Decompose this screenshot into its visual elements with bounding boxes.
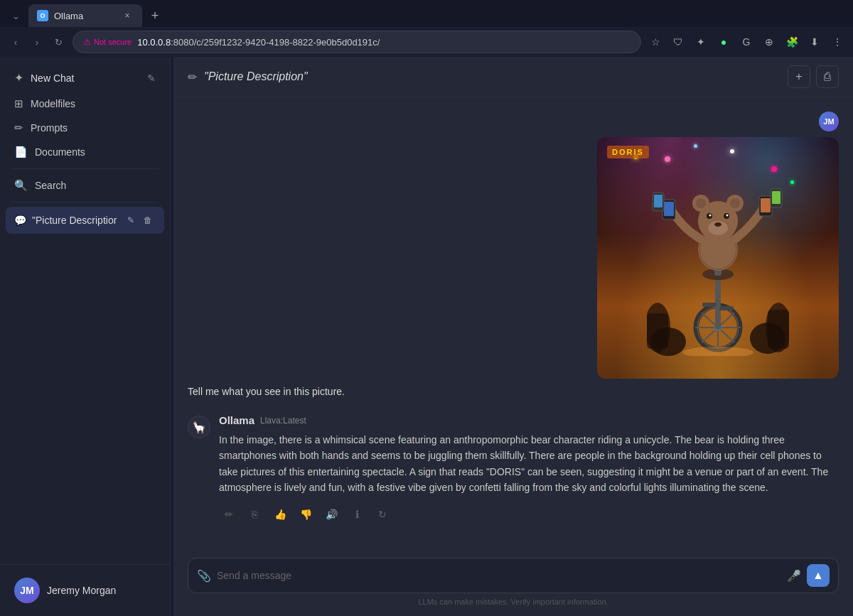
chat-item-label: "Picture Descriptior	[32, 215, 117, 226]
sidebar-top: ✦ New Chat ✎ ⊞ Modelfiles ✏ Prompts 📄 Do…	[0, 57, 170, 564]
assistant-name: Ollama	[219, 414, 254, 426]
search-icon: 🔍	[14, 179, 28, 192]
user-message-text: Tell me what you see in this picture.	[188, 386, 839, 397]
main-content: ✏ "Picture Description" + ⎙ JM	[173, 57, 853, 616]
warning-icon: ⚠	[83, 37, 91, 47]
tab-close-btn[interactable]: ×	[121, 9, 134, 22]
bookmark-btn[interactable]: ☆	[645, 32, 665, 52]
browser-toolbar: ☆ 🛡 ✦ ● G ⊕ 🧩 ⬇ ⋮	[645, 32, 847, 52]
attach-btn[interactable]: 📎	[197, 569, 211, 583]
user-message: JM DORIS	[188, 112, 839, 397]
msg-thumbup-btn[interactable]: 👍	[270, 504, 290, 524]
input-area: 📎 🎤 ▲ LLMs can make mistakes. Verify imp…	[173, 549, 853, 616]
new-tab-btn[interactable]: +	[145, 6, 165, 26]
chat-add-btn[interactable]: +	[788, 65, 810, 88]
new-chat-icon: ✦	[14, 71, 23, 85]
send-btn[interactable]: ▲	[807, 564, 830, 587]
url-field[interactable]: ⚠ Not secure 10.0.0.8:8080/c/259f1232-94…	[73, 31, 641, 53]
sidebar-item-documents[interactable]: 📄 Documents	[6, 140, 164, 164]
tab-label: Ollama	[54, 11, 83, 21]
tab-bar: ⌄ O Ollama × +	[0, 0, 853, 27]
avatar: JM	[14, 578, 40, 603]
svg-rect-14	[702, 303, 717, 307]
bear-svg	[647, 157, 789, 359]
documents-label: Documents	[35, 146, 85, 158]
user-name: Jeremy Morgan	[47, 585, 116, 596]
sidebar-item-prompts[interactable]: ✏ Prompts	[6, 116, 164, 140]
svg-rect-34	[654, 195, 662, 207]
msg-speaker-btn[interactable]: 🔊	[321, 504, 341, 524]
svg-rect-38	[772, 191, 780, 204]
active-chat-item[interactable]: 💬 "Picture Descriptior ✎ 🗑	[6, 207, 164, 234]
sidebar-item-search[interactable]: 🔍 Search	[6, 173, 164, 198]
url-host: 10.0.0.8	[137, 37, 171, 48]
menu-btn[interactable]: ⋮	[827, 32, 847, 52]
svg-rect-36	[761, 198, 771, 212]
new-chat-btn[interactable]: ✦ New Chat ✎	[6, 64, 164, 92]
msg-edit-btn[interactable]: ✏	[219, 504, 239, 524]
svg-point-26	[714, 222, 721, 227]
input-container: 📎 🎤 ▲	[188, 558, 839, 593]
assistant-text: In the image, there is a whimsical scene…	[219, 432, 839, 496]
sidebar-bottom: JM Jeremy Morgan	[0, 564, 170, 616]
prompts-label: Prompts	[31, 122, 68, 134]
modelfiles-label: Modelfiles	[31, 98, 75, 109]
edit-icon: ✎	[147, 72, 156, 84]
browser-chrome: ⌄ O Ollama × + ‹ › ↻ ⚠ Not secure 10.0.0…	[0, 0, 853, 57]
browser-tab-active[interactable]: O Ollama ×	[28, 4, 142, 27]
msg-refresh-btn[interactable]: ↻	[372, 504, 392, 524]
assistant-avatar: 🦙	[188, 416, 210, 438]
address-bar: ‹ › ↻ ⚠ Not secure 10.0.0.8:8080/c/259f1…	[0, 27, 853, 57]
assistant-name-row: Ollama Llava:Latest	[219, 414, 839, 426]
svg-point-24	[730, 198, 740, 208]
ext-btn-1[interactable]: 🛡	[668, 32, 688, 52]
svg-point-39	[682, 347, 753, 356]
svg-rect-32	[664, 202, 674, 216]
documents-icon: 📄	[14, 146, 28, 158]
nav-dropdown-btn[interactable]: ⌄	[6, 6, 26, 26]
sidebar-divider	[11, 168, 159, 169]
assistant-message: 🦙 Ollama Llava:Latest In the image, ther…	[188, 414, 839, 524]
modelfiles-icon: ⊞	[14, 97, 23, 110]
forward-btn[interactable]: ›	[27, 32, 47, 52]
message-input[interactable]	[217, 570, 781, 581]
ext-btn-3[interactable]: ●	[714, 32, 734, 52]
tab-favicon: O	[37, 10, 48, 21]
mic-btn[interactable]: 🎤	[787, 569, 801, 583]
svg-point-29	[709, 215, 712, 217]
reload-btn[interactable]: ↻	[48, 32, 68, 52]
prompts-icon: ✏	[14, 121, 23, 134]
sidebar: ✦ New Chat ✎ ⊞ Modelfiles ✏ Prompts 📄 Do…	[0, 57, 171, 616]
chat-icon: 💬	[14, 215, 26, 226]
message-actions: ✏ ⎘ 👍 👎 🔊 ℹ ↻	[219, 504, 839, 524]
msg-copy-btn[interactable]: ⎘	[245, 504, 264, 524]
ext-btn-2[interactable]: ✦	[691, 32, 711, 52]
chat-item-actions: ✎ 🗑	[123, 212, 156, 228]
chat-delete-btn[interactable]: 🗑	[140, 212, 156, 228]
chat-title: "Picture Description"	[204, 70, 780, 83]
messages-area[interactable]: JM DORIS	[173, 97, 853, 549]
bear-unicycle-image: DORIS	[597, 137, 839, 379]
user-info[interactable]: JM Jeremy Morgan	[6, 572, 164, 609]
ext-btn-6[interactable]: 🧩	[782, 32, 802, 52]
disclaimer: LLMs can make mistakes. Verify important…	[188, 593, 839, 612]
assistant-model: Llava:Latest	[260, 416, 306, 426]
svg-rect-5	[768, 310, 789, 349]
chat-header: ✏ "Picture Description" + ⎙	[173, 57, 853, 97]
ext-btn-4[interactable]: G	[736, 32, 756, 52]
user-message-header: JM	[819, 112, 839, 131]
ext-btn-5[interactable]: ⊕	[759, 32, 779, 52]
back-btn[interactable]: ‹	[6, 32, 26, 52]
message-image: DORIS	[597, 137, 839, 379]
search-label: Search	[35, 180, 66, 191]
sidebar-item-modelfiles[interactable]: ⊞ Modelfiles	[6, 92, 164, 116]
new-chat-label: New Chat	[31, 72, 74, 84]
msg-info-btn[interactable]: ℹ	[347, 504, 367, 524]
msg-thumbdown-btn[interactable]: 👎	[296, 504, 316, 524]
ext-btn-7[interactable]: ⬇	[805, 32, 825, 52]
assistant-content: Ollama Llava:Latest In the image, there …	[219, 414, 839, 524]
app-container: ✦ New Chat ✎ ⊞ Modelfiles ✏ Prompts 📄 Do…	[0, 57, 853, 616]
chat-share-btn[interactable]: ⎙	[816, 65, 839, 88]
chat-header-edit-icon[interactable]: ✏	[188, 70, 197, 84]
chat-edit-btn[interactable]: ✎	[123, 212, 139, 228]
